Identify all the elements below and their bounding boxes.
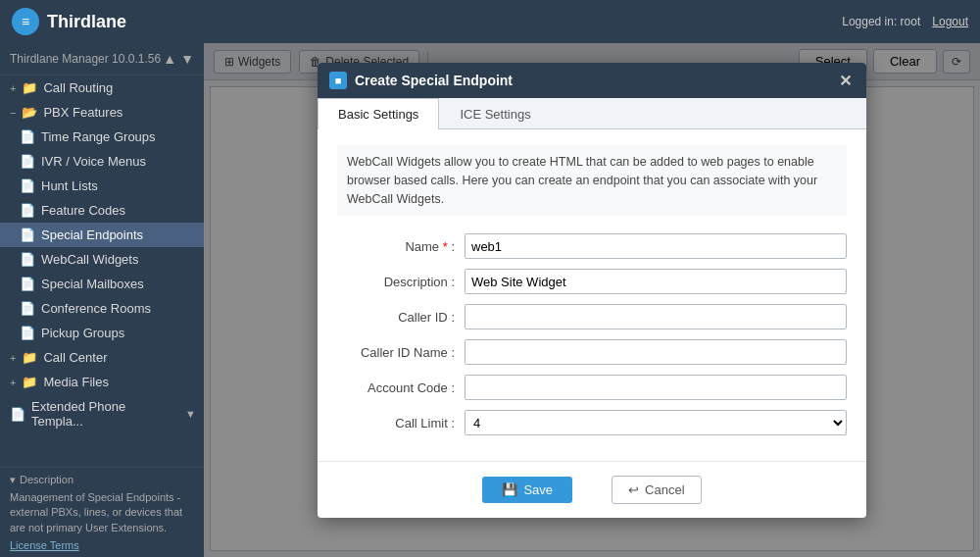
content-area: ⊞ Widgets 🗑 Delete Selected Select Clear…: [204, 43, 980, 557]
folder-icon: 📁: [22, 375, 37, 389]
manager-version: Thirdlane Manager 10.0.1.56: [10, 52, 161, 66]
sidebar-item-pbx-features[interactable]: − 📂 PBX Features: [0, 100, 204, 125]
doc-icon: 📄: [20, 277, 35, 291]
sidebar-collapse-icon[interactable]: ▼: [180, 51, 194, 67]
sidebar-item-pickup-groups[interactable]: 📄 Pickup Groups: [0, 321, 204, 345]
modal-titlebar: ■ Create Special Endpoint ✕: [318, 63, 866, 98]
sidebar-item-call-center[interactable]: + 📁 Call Center: [0, 345, 204, 370]
input-description[interactable]: [465, 269, 847, 294]
sidebar: Thirdlane Manager 10.0.1.56 ▲ ▼ + 📁 Call…: [0, 43, 204, 557]
app-logo: ≡ Thirdlane: [12, 8, 126, 35]
label-name: Name * :: [337, 239, 465, 254]
top-bar-right: Logged in: root Logout: [842, 15, 968, 28]
sidebar-label-feature-codes: Feature Codes: [41, 203, 125, 218]
sidebar-item-feature-codes[interactable]: 📄 Feature Codes: [0, 198, 204, 223]
logged-in-label: Logged in: root: [842, 15, 920, 28]
select-call-limit[interactable]: 1 2 3 4 5 6 7 8: [465, 410, 847, 435]
expand-icon: −: [10, 107, 16, 119]
form-row-name: Name * :: [337, 233, 847, 259]
cancel-icon: ↩: [628, 482, 639, 497]
label-account-code: Account Code :: [337, 380, 465, 395]
sidebar-item-hunt-lists[interactable]: 📄 Hunt Lists: [0, 174, 204, 198]
modal-description: WebCall Widgets allow you to create HTML…: [337, 145, 847, 216]
folder-icon: 📂: [22, 105, 37, 120]
doc-icon: 📄: [20, 178, 35, 193]
doc-icon: 📄: [20, 301, 35, 316]
sidebar-item-special-endpoints[interactable]: 📄 Special Endpoints: [0, 223, 204, 247]
form-row-call-limit: Call Limit : 1 2 3 4 5 6 7 8: [337, 410, 847, 435]
sidebar-label-call-routing: Call Routing: [43, 80, 113, 95]
label-call-limit: Call Limit :: [337, 416, 465, 430]
app-title: Thirdlane: [47, 12, 126, 32]
sidebar-label-ivr: IVR / Voice Menus: [41, 154, 146, 169]
expand-icon: +: [10, 82, 16, 94]
input-caller-id-name[interactable]: [465, 339, 847, 365]
form-row-description: Description :: [337, 269, 847, 294]
sidebar-content: + 📁 Call Routing − 📂 PBX Features 📄 Time…: [0, 76, 204, 467]
sidebar-label-pickup-groups: Pickup Groups: [41, 326, 124, 340]
modal-close-button[interactable]: ✕: [835, 71, 855, 90]
logo-icon: ≡: [12, 8, 39, 35]
save-label: Save: [523, 482, 553, 497]
folder-icon: 📁: [22, 80, 37, 95]
top-bar: ≡ Thirdlane Logged in: root Logout: [0, 0, 980, 43]
sidebar-label-hunt-lists: Hunt Lists: [41, 178, 98, 193]
save-icon: 💾: [502, 482, 517, 497]
modal-tabs: Basic Settings ICE Settings: [318, 98, 866, 129]
sidebar-description-text: Management of Special Endpoints - extern…: [10, 490, 194, 535]
sidebar-bottom-title[interactable]: ▾ Description: [10, 474, 194, 486]
sidebar-label-conference-rooms: Conference Rooms: [41, 301, 151, 316]
doc-icon: 📄: [20, 154, 35, 169]
input-name[interactable]: [465, 233, 847, 259]
sidebar-expand-icon[interactable]: ▲: [163, 51, 176, 67]
required-indicator: *: [443, 239, 448, 254]
license-terms-link[interactable]: License Terms: [10, 539, 194, 551]
sidebar-label-call-center: Call Center: [43, 350, 107, 365]
doc-icon: 📄: [10, 407, 25, 422]
cancel-label: Cancel: [645, 482, 684, 497]
tab-basic-settings[interactable]: Basic Settings: [318, 98, 439, 129]
save-button[interactable]: 💾 Save: [482, 477, 572, 503]
doc-icon: 📄: [20, 203, 35, 218]
sidebar-item-conference-rooms[interactable]: 📄 Conference Rooms: [0, 296, 204, 321]
cancel-button[interactable]: ↩ Cancel: [612, 476, 701, 504]
tab-ice-settings[interactable]: ICE Settings: [439, 98, 551, 129]
sidebar-label-extended-phone-template: Extended Phone Templa...: [31, 399, 179, 429]
label-description: Description :: [337, 275, 465, 289]
expand-icon: +: [10, 352, 16, 364]
chevron-icon: ▾: [10, 474, 16, 486]
sidebar-item-webcall-widgets[interactable]: 📄 WebCall Widgets: [0, 247, 204, 272]
sidebar-label-special-mailboxes: Special Mailboxes: [41, 277, 144, 291]
sidebar-label-time-range-groups: Time Range Groups: [41, 129, 156, 144]
sidebar-item-time-range-groups[interactable]: 📄 Time Range Groups: [0, 125, 204, 149]
sidebar-label-media-files: Media Files: [43, 375, 108, 389]
sidebar-item-call-routing[interactable]: + 📁 Call Routing: [0, 76, 204, 100]
sidebar-item-special-mailboxes[interactable]: 📄 Special Mailboxes: [0, 272, 204, 296]
modal-body: WebCall Widgets allow you to create HTML…: [318, 129, 866, 461]
modal-footer: 💾 Save ↩ Cancel: [318, 461, 866, 518]
doc-icon: 📄: [20, 129, 35, 144]
input-account-code[interactable]: [465, 375, 847, 400]
sidebar-item-media-files[interactable]: + 📁 Media Files: [0, 370, 204, 394]
form-row-account-code: Account Code :: [337, 375, 847, 400]
modal-overlay: ■ Create Special Endpoint ✕ Basic Settin…: [204, 43, 980, 557]
sidebar-bottom: ▾ Description Management of Special Endp…: [0, 467, 204, 557]
label-caller-id: Caller ID :: [337, 310, 465, 325]
sidebar-header: Thirdlane Manager 10.0.1.56 ▲ ▼: [0, 43, 204, 76]
form-row-caller-id: Caller ID :: [337, 304, 847, 329]
doc-icon: 📄: [20, 252, 35, 267]
more-icon: ▼: [185, 408, 196, 420]
sidebar-label-special-endpoints: Special Endpoints: [41, 228, 143, 242]
logout-link[interactable]: Logout: [932, 15, 968, 28]
doc-icon: 📄: [20, 326, 35, 340]
modal-title: Create Special Endpoint: [355, 73, 513, 88]
sidebar-item-extended-phone-template[interactable]: 📄 Extended Phone Templa... ▼: [0, 394, 204, 433]
sidebar-label-webcall-widgets: WebCall Widgets: [41, 252, 138, 267]
folder-icon: 📁: [22, 350, 37, 365]
expand-icon: +: [10, 377, 16, 388]
sidebar-item-ivr-voice-menus[interactable]: 📄 IVR / Voice Menus: [0, 149, 204, 174]
sidebar-label-pbx-features: PBX Features: [43, 105, 122, 120]
doc-icon: 📄: [20, 228, 35, 242]
input-caller-id[interactable]: [465, 304, 847, 329]
sidebar-header-icons: ▲ ▼: [163, 51, 194, 67]
